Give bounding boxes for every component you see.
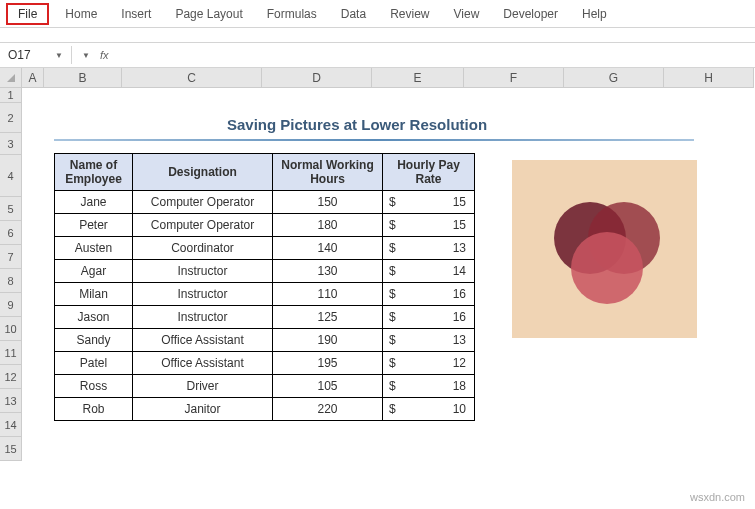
table-row[interactable]: JaneComputer Operator150$15 bbox=[55, 191, 475, 214]
table-row[interactable]: RossDriver105$18 bbox=[55, 375, 475, 398]
row-header[interactable]: 14 bbox=[0, 413, 21, 437]
cell-designation[interactable]: Coordinator bbox=[133, 237, 273, 260]
row-header[interactable]: 8 bbox=[0, 269, 21, 293]
cell-rate[interactable]: $15 bbox=[383, 191, 475, 214]
row-header[interactable]: 11 bbox=[0, 341, 21, 365]
col-header[interactable]: A bbox=[22, 68, 44, 87]
cell-rate[interactable]: $18 bbox=[383, 375, 475, 398]
col-header[interactable]: G bbox=[564, 68, 664, 87]
ribbon-tab-data[interactable]: Data bbox=[329, 3, 378, 25]
cell-hours[interactable]: 150 bbox=[273, 191, 383, 214]
cell-hours[interactable]: 180 bbox=[273, 214, 383, 237]
row-header[interactable]: 1 bbox=[0, 88, 21, 103]
cell-name[interactable]: Austen bbox=[55, 237, 133, 260]
cell-designation[interactable]: Office Assistant bbox=[133, 329, 273, 352]
cell-hours[interactable]: 140 bbox=[273, 237, 383, 260]
name-box[interactable]: O17 ▼ bbox=[0, 46, 72, 64]
cell-name[interactable]: Patel bbox=[55, 352, 133, 375]
col-header[interactable]: E bbox=[372, 68, 464, 87]
table-row[interactable]: PeterComputer Operator180$15 bbox=[55, 214, 475, 237]
table-row[interactable]: RobJanitor220$10 bbox=[55, 398, 475, 421]
watermark: wsxdn.com bbox=[690, 491, 745, 503]
cell-rate[interactable]: $14 bbox=[383, 260, 475, 283]
cell-name[interactable]: Sandy bbox=[55, 329, 133, 352]
table-row[interactable]: AustenCoordinator140$13 bbox=[55, 237, 475, 260]
cell-hours[interactable]: 130 bbox=[273, 260, 383, 283]
cell-hours[interactable]: 190 bbox=[273, 329, 383, 352]
cell-name[interactable]: Jane bbox=[55, 191, 133, 214]
cell-name[interactable]: Peter bbox=[55, 214, 133, 237]
ribbon-tab-insert[interactable]: Insert bbox=[109, 3, 163, 25]
cell-rate[interactable]: $13 bbox=[383, 329, 475, 352]
ribbon-tab-review[interactable]: Review bbox=[378, 3, 441, 25]
col-header[interactable]: B bbox=[44, 68, 122, 87]
col-header[interactable]: F bbox=[464, 68, 564, 87]
cell-rate[interactable]: $15 bbox=[383, 214, 475, 237]
cell-rate[interactable]: $12 bbox=[383, 352, 475, 375]
cell-name[interactable]: Agar bbox=[55, 260, 133, 283]
cell-hours[interactable]: 125 bbox=[273, 306, 383, 329]
ribbon-tab-home[interactable]: Home bbox=[53, 3, 109, 25]
fx-icon[interactable]: fx bbox=[100, 49, 109, 61]
cell-name[interactable]: Rob bbox=[55, 398, 133, 421]
cell-hours[interactable]: 220 bbox=[273, 398, 383, 421]
ribbon-tab-page-layout[interactable]: Page Layout bbox=[163, 3, 254, 25]
row-headers: 1 2 3 4 5 6 7 8 9 10 11 12 13 14 15 bbox=[0, 88, 22, 461]
table-header[interactable]: Normal Working Hours bbox=[273, 154, 383, 191]
cell-hours[interactable]: 105 bbox=[273, 375, 383, 398]
chevron-down-icon[interactable]: ▼ bbox=[82, 51, 90, 60]
cell-designation[interactable]: Instructor bbox=[133, 306, 273, 329]
row-header[interactable]: 4 bbox=[0, 155, 21, 197]
row-header[interactable]: 3 bbox=[0, 133, 21, 155]
venn-diagram-image[interactable] bbox=[512, 160, 697, 338]
cell-name[interactable]: Milan bbox=[55, 283, 133, 306]
cell-rate[interactable]: $13 bbox=[383, 237, 475, 260]
ribbon-tab-help[interactable]: Help bbox=[570, 3, 619, 25]
table-row[interactable]: PatelOffice Assistant195$12 bbox=[55, 352, 475, 375]
ribbon-tab-formulas[interactable]: Formulas bbox=[255, 3, 329, 25]
title-divider bbox=[54, 139, 694, 141]
row-header[interactable]: 6 bbox=[0, 221, 21, 245]
cells-area[interactable]: Saving Pictures at Lower Resolution Name… bbox=[22, 88, 755, 461]
cell-rate[interactable]: $16 bbox=[383, 283, 475, 306]
table-row[interactable]: JasonInstructor125$16 bbox=[55, 306, 475, 329]
cell-rate[interactable]: $16 bbox=[383, 306, 475, 329]
chevron-down-icon[interactable]: ▼ bbox=[55, 51, 63, 60]
col-header[interactable]: D bbox=[262, 68, 372, 87]
cell-designation[interactable]: Instructor bbox=[133, 260, 273, 283]
ribbon-tab-file[interactable]: File bbox=[6, 3, 49, 25]
table-header[interactable]: Designation bbox=[133, 154, 273, 191]
cell-designation[interactable]: Office Assistant bbox=[133, 352, 273, 375]
ribbon-tab-view[interactable]: View bbox=[442, 3, 492, 25]
table-row[interactable]: AgarInstructor130$14 bbox=[55, 260, 475, 283]
cell-designation[interactable]: Computer Operator bbox=[133, 214, 273, 237]
ribbon-tabs: File Home Insert Page Layout Formulas Da… bbox=[0, 0, 755, 28]
ribbon-tab-developer[interactable]: Developer bbox=[491, 3, 570, 25]
cell-hours[interactable]: 195 bbox=[273, 352, 383, 375]
row-header[interactable]: 9 bbox=[0, 293, 21, 317]
row-header[interactable]: 15 bbox=[0, 437, 21, 461]
table-header[interactable]: Hourly Pay Rate bbox=[383, 154, 475, 191]
row-header[interactable]: 7 bbox=[0, 245, 21, 269]
svg-point-2 bbox=[571, 232, 643, 304]
col-header[interactable]: C bbox=[122, 68, 262, 87]
table-row[interactable]: MilanInstructor110$16 bbox=[55, 283, 475, 306]
column-headers: A B C D E F G H bbox=[22, 68, 754, 88]
cell-hours[interactable]: 110 bbox=[273, 283, 383, 306]
col-header[interactable]: H bbox=[664, 68, 754, 87]
select-all-corner[interactable] bbox=[0, 68, 22, 88]
cell-name[interactable]: Ross bbox=[55, 375, 133, 398]
cell-designation[interactable]: Driver bbox=[133, 375, 273, 398]
cell-rate[interactable]: $10 bbox=[383, 398, 475, 421]
cell-designation[interactable]: Computer Operator bbox=[133, 191, 273, 214]
cell-designation[interactable]: Janitor bbox=[133, 398, 273, 421]
cell-name[interactable]: Jason bbox=[55, 306, 133, 329]
row-header[interactable]: 12 bbox=[0, 365, 21, 389]
table-row[interactable]: SandyOffice Assistant190$13 bbox=[55, 329, 475, 352]
row-header[interactable]: 5 bbox=[0, 197, 21, 221]
table-header[interactable]: Name of Employee bbox=[55, 154, 133, 191]
row-header[interactable]: 10 bbox=[0, 317, 21, 341]
cell-designation[interactable]: Instructor bbox=[133, 283, 273, 306]
row-header[interactable]: 13 bbox=[0, 389, 21, 413]
row-header[interactable]: 2 bbox=[0, 103, 21, 133]
